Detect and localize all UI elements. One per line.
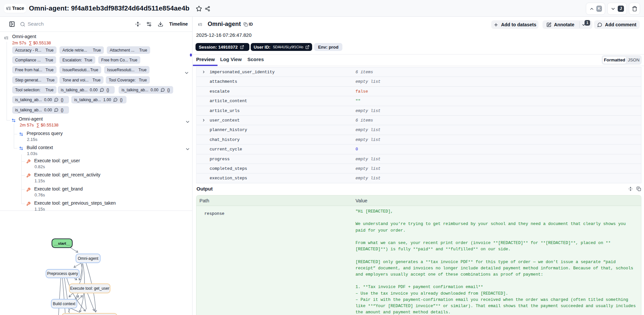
- svg-text:Execute tool: get_user: Execute tool: get_user: [70, 286, 109, 291]
- svg-text:Build context: Build context: [53, 302, 76, 306]
- svg-text:Preprocess query: Preprocess query: [47, 271, 78, 276]
- svg-text:Omni-agent: Omni-agent: [78, 256, 99, 261]
- svg-text:__start__: __start__: [54, 241, 71, 245]
